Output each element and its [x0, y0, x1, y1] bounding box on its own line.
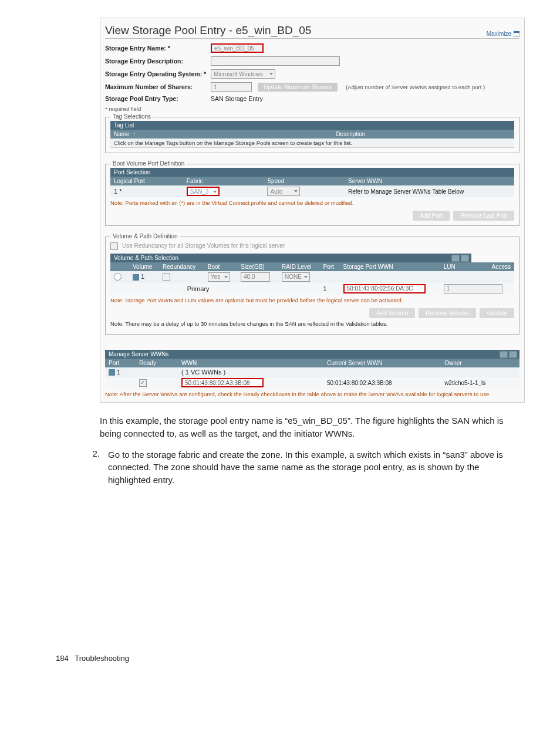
figure-description: In this example, the storage pool entry …: [100, 414, 504, 440]
boot-row-port: 1 *: [110, 185, 183, 197]
sharers-input[interactable]: 1: [211, 82, 252, 92]
remove-volume-button[interactable]: Remove Volume: [419, 308, 475, 318]
maximize-link[interactable]: Maximize: [487, 31, 519, 37]
col-port: Port: [319, 262, 339, 271]
add-volume-button[interactable]: Add Volume: [369, 308, 415, 318]
entry-name-input[interactable]: e5_win_BD_05: [211, 43, 264, 53]
redundancy-checkbox[interactable]: [110, 242, 118, 250]
screenshot-panel: View Storage Pool Entry - e5_win_BD_05 M…: [100, 18, 525, 403]
col-server-wwn: Server WWN: [345, 177, 514, 185]
col-redundancy: Redundancy: [159, 262, 204, 271]
mswwn-current: 50:01:43:80:02:A3:3B:08: [323, 377, 441, 389]
vol-redundancy-checkbox[interactable]: [163, 273, 170, 281]
path-wwn-input[interactable]: 50:01:43:80:02:56:DA:3C: [343, 284, 426, 293]
col-raid: RAID Level: [278, 262, 319, 271]
page-number: 184: [56, 654, 69, 663]
path-label: Primary: [159, 283, 237, 295]
tag-col-desc[interactable]: Description: [332, 130, 514, 139]
mswwn-wwn-input[interactable]: 50:01:43:80:02:A3:3B:08: [181, 378, 264, 387]
boot-legend: Boot Volume Port Definition: [110, 160, 187, 167]
type-label: Storage Pool Entry Type:: [105, 95, 211, 102]
port-selection-header: Port Selection: [110, 168, 514, 177]
page-footer: 184 Troubleshooting: [56, 654, 129, 663]
mswwn-header: Manage Server WWNs: [109, 351, 168, 357]
mswwn-col-ready: Ready: [136, 359, 178, 367]
vol-note2: Note: There may be a delay of up to 30 m…: [110, 320, 514, 327]
type-value: SAN Storage Entry: [211, 95, 263, 102]
entry-name-label: Storage Entry Name: *: [105, 45, 211, 52]
footer-section: Troubleshooting: [75, 654, 129, 663]
entry-desc-label: Storage Entry Description:: [105, 58, 211, 65]
collapse-icon[interactable]: [109, 369, 115, 376]
os-label: Storage Entry Operating System: *: [105, 70, 211, 77]
col-lun: LUN: [440, 262, 471, 271]
manage-wwn-table: Manage Server WWNs Port Ready WWN Curren…: [105, 350, 519, 389]
path-lun-input[interactable]: 1: [444, 284, 502, 293]
col-access: Access: [471, 262, 514, 271]
path-port: 1: [319, 283, 339, 295]
col-size: Size(GB): [237, 262, 278, 271]
update-sharers-button[interactable]: Update Maximum Sharers: [258, 83, 338, 92]
add-port-button[interactable]: Add Port: [413, 211, 450, 221]
svg-rect-1: [514, 31, 519, 33]
boot-wwn-text: Refer to Manage Server WWNs Table Below: [345, 185, 514, 197]
tag-col-name[interactable]: Name ↑: [110, 130, 332, 139]
volume-path-fieldset: Volume & Path Definition Use Redundancy …: [105, 237, 519, 335]
vol-raid-select[interactable]: NONE: [282, 272, 310, 282]
step-text: Go to the storage fabric and create the …: [108, 448, 504, 487]
page-title: View Storage Pool Entry - e5_win_BD_05: [105, 24, 311, 37]
mswwn-col-current: Current Server WWN: [323, 359, 441, 367]
col-spwwn: Storage Port WWN: [340, 262, 440, 271]
boot-fabric-select[interactable]: SAN_3: [187, 187, 220, 196]
vol-header: Volume & Path Selection: [114, 255, 178, 261]
redundancy-label: Use Redundancy for all Storage Volumes f…: [122, 242, 285, 249]
tag-legend: Tag Selections: [110, 113, 153, 120]
maximize-label: Maximize: [487, 31, 511, 37]
tag-list-header: Tag List: [110, 121, 514, 130]
mswwn-col-wwn: WWN: [178, 359, 323, 367]
vol-note1: Note: Storage Port WWN and LUN values ar…: [110, 297, 514, 303]
collapse-icon[interactable]: [133, 274, 139, 281]
col-boot: Boot: [204, 262, 237, 271]
mswwn-expand-controls[interactable]: [500, 351, 517, 358]
vol-row-num: 1: [141, 273, 144, 280]
mswwn-col-port: Port: [105, 359, 136, 367]
col-volume: Volume: [129, 262, 159, 271]
tag-selections-fieldset: Tag Selections Tag List Name ↑ Descripti…: [105, 117, 519, 153]
os-select[interactable]: Microsoft Windows: [211, 69, 275, 79]
boot-speed-select[interactable]: Auto: [267, 187, 300, 196]
tag-empty-row: Click on the Manage Tags button on the M…: [110, 139, 514, 148]
remove-last-port-button[interactable]: Remove Last Port: [453, 211, 514, 221]
validate-button[interactable]: Validate: [480, 308, 514, 318]
required-note: * required field: [105, 106, 519, 112]
col-logical-port: Logical Port: [110, 177, 183, 185]
col-speed: Speed: [264, 177, 345, 185]
mswwn-note: Note: After the Server WWNs are configur…: [105, 391, 519, 397]
sharers-hint: (Adjust number of Server WWNs assigned t…: [346, 84, 485, 90]
mswwn-row-port: 1: [117, 369, 120, 376]
boot-note: Note: Ports marked with an (*) are in th…: [110, 200, 514, 206]
vol-boot-select[interactable]: Yes: [208, 272, 230, 282]
vol-legend: Volume & Path Definition: [110, 233, 180, 239]
boot-port-fieldset: Boot Volume Port Definition Port Selecti…: [105, 164, 519, 226]
vol-size-input[interactable]: 40.0: [241, 272, 270, 282]
mswwn-ready-checkbox[interactable]: [139, 379, 147, 387]
vol-expand-controls[interactable]: [451, 255, 469, 262]
mswwn-owner: w2ticho5-1-1_ls: [441, 377, 519, 389]
sharers-label: Maximum Number of Sharers:: [105, 83, 211, 90]
maximize-icon: [514, 31, 519, 37]
vol-row-radio[interactable]: [114, 273, 122, 281]
entry-desc-input[interactable]: [211, 56, 340, 66]
step-number: 2.: [77, 448, 108, 487]
mswwn-row-vc: ( 1 VC WWNs ): [178, 367, 323, 377]
col-fabric: Fabric: [183, 177, 264, 185]
mswwn-col-owner: Owner: [441, 359, 519, 367]
